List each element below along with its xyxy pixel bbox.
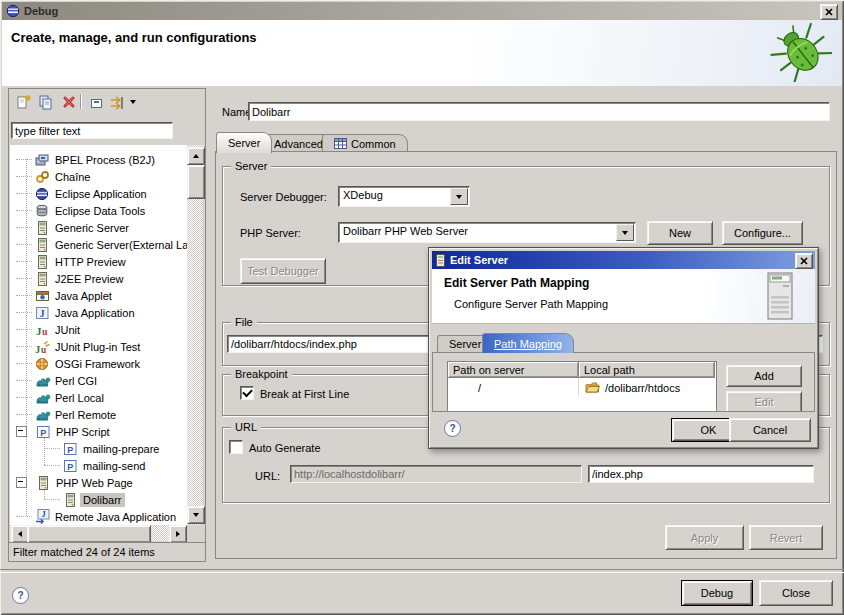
server-group-legend: Server bbox=[231, 159, 271, 173]
server-debugger-select[interactable]: XDebug bbox=[338, 186, 470, 207]
tree-collapse-icon[interactable] bbox=[16, 426, 27, 437]
tree-connector bbox=[16, 329, 32, 330]
tree-item-java-application[interactable]: JJava Application bbox=[10, 304, 187, 321]
edit-mapping-button[interactable]: Edit bbox=[726, 391, 802, 413]
php-server-select[interactable]: Dolibarr PHP Web Server bbox=[338, 222, 636, 243]
php-icon: P bbox=[36, 425, 53, 439]
close-button[interactable]: Close bbox=[759, 580, 833, 606]
dialog-help-icon[interactable]: ? bbox=[444, 420, 461, 437]
name-input[interactable] bbox=[248, 102, 830, 121]
tree-item-mailing-send[interactable]: Pmailing-send bbox=[10, 457, 187, 474]
url-label: URL: bbox=[255, 470, 280, 482]
vscroll-thumb[interactable] bbox=[187, 165, 205, 199]
tree-connector bbox=[16, 380, 32, 381]
tree-item-junit-plug-in-test[interactable]: JuJUnit Plug-in Test bbox=[10, 338, 187, 355]
tree-item-label: mailing-send bbox=[80, 459, 148, 473]
url-base-input[interactable] bbox=[290, 465, 582, 483]
tree-item-mailing-prepare[interactable]: Pmailing-prepare bbox=[10, 440, 187, 457]
tab-server[interactable]: Server bbox=[216, 132, 272, 153]
auto-generate-checkbox[interactable] bbox=[229, 440, 243, 454]
tree-connector bbox=[16, 193, 32, 194]
tree-item-eclipse-data-tools[interactable]: Eclipse Data Tools bbox=[10, 202, 187, 219]
column-header-path-on-server[interactable]: Path on server bbox=[448, 362, 579, 378]
delete-configuration-button[interactable] bbox=[58, 92, 80, 112]
server-debugger-label: Server Debugger: bbox=[240, 191, 327, 203]
filter-configurations-button[interactable] bbox=[107, 92, 129, 112]
cancel-button[interactable]: Cancel bbox=[729, 418, 811, 442]
collapse-all-button[interactable] bbox=[85, 92, 107, 112]
tree-item-label: Java Applet bbox=[52, 289, 115, 303]
scroll-right-icon[interactable] bbox=[169, 525, 187, 543]
add-mapping-button[interactable]: Add bbox=[726, 365, 802, 387]
svg-text:P: P bbox=[67, 444, 73, 454]
tree-item-label: Eclipse Data Tools bbox=[52, 204, 148, 218]
banner-heading: Create, manage, and run configurations bbox=[11, 30, 257, 45]
revert-button[interactable]: Revert bbox=[749, 525, 823, 550]
tree-item-perl-cgi[interactable]: Perl CGI bbox=[10, 372, 187, 389]
path-mapping-table[interactable]: Path on server Local path / /dolibarr/ht… bbox=[447, 361, 717, 413]
php-server-value: Dolibarr PHP Web Server bbox=[343, 225, 615, 237]
tree-item-osgi-framework[interactable]: OSGi Framework bbox=[10, 355, 187, 372]
url-path-input[interactable] bbox=[588, 465, 814, 483]
tree-item-dolibarr[interactable]: Dolibarr bbox=[10, 491, 187, 508]
applet-icon bbox=[35, 289, 52, 303]
window-close-icon[interactable] bbox=[820, 4, 838, 20]
scroll-down-icon[interactable] bbox=[187, 506, 205, 524]
test-debugger-button[interactable]: Test Debugger bbox=[240, 258, 326, 284]
filter-menu-chevron-icon[interactable] bbox=[127, 92, 139, 112]
tree-item-php-script[interactable]: PPHP Script bbox=[10, 423, 187, 440]
tree-item-label: Generic Server(External La bbox=[52, 238, 187, 252]
tree-connector bbox=[44, 465, 60, 466]
eclipse-sphere-icon bbox=[35, 187, 52, 201]
break-first-line-checkbox[interactable] bbox=[240, 386, 254, 400]
duplicate-configuration-button[interactable] bbox=[35, 92, 57, 112]
scroll-up-icon[interactable] bbox=[187, 147, 205, 165]
bpel-process-icon bbox=[35, 153, 52, 167]
tree-vscrollbar[interactable] bbox=[187, 145, 203, 525]
hscroll-thumb[interactable] bbox=[27, 525, 151, 543]
window-titlebar[interactable]: Debug bbox=[2, 2, 842, 20]
tree-connector bbox=[44, 448, 60, 449]
tree-collapse-icon[interactable] bbox=[16, 477, 27, 488]
tree-item-cha-ne[interactable]: Chaîne bbox=[10, 168, 187, 185]
auto-generate-label: Auto Generate bbox=[249, 442, 321, 454]
tree-item-generic-server[interactable]: Generic Server bbox=[10, 219, 187, 236]
tree-item-generic-server-external-la[interactable]: Generic Server(External La bbox=[10, 236, 187, 253]
tree-connector bbox=[16, 210, 32, 211]
edit-server-close-icon[interactable] bbox=[795, 253, 813, 269]
tree-connector bbox=[16, 312, 32, 313]
tree-item-http-preview[interactable]: HTTP Preview bbox=[10, 253, 187, 270]
apply-button[interactable]: Apply bbox=[665, 525, 744, 550]
tree-item-junit[interactable]: JuJUnit bbox=[10, 321, 187, 338]
column-header-local-path[interactable]: Local path bbox=[579, 362, 715, 378]
tree-item-perl-remote[interactable]: Perl Remote bbox=[10, 406, 187, 423]
svg-text:u: u bbox=[41, 344, 47, 354]
chevron-down-icon[interactable] bbox=[616, 224, 634, 241]
table-row-cell-local-path[interactable]: /dolibarr/htdocs bbox=[579, 379, 715, 396]
break-first-line-label: Break at First Line bbox=[260, 388, 349, 400]
dialog-tab-path-mapping[interactable]: Path Mapping bbox=[482, 333, 574, 353]
tree-item-label: PHP Script bbox=[53, 425, 113, 439]
configure-server-button[interactable]: Configure... bbox=[722, 221, 803, 245]
tab-common[interactable]: Common bbox=[322, 134, 408, 152]
chevron-down-icon[interactable] bbox=[450, 188, 468, 205]
new-server-button[interactable]: New bbox=[647, 221, 713, 245]
tree-item-php-web-page[interactable]: PHP Web Page bbox=[10, 474, 187, 491]
tree-item-remote-java-application[interactable]: JRemote Java Application bbox=[10, 508, 187, 525]
chain-icon bbox=[35, 170, 52, 184]
svg-text:P: P bbox=[40, 427, 46, 437]
new-configuration-button[interactable] bbox=[13, 92, 35, 112]
tree-item-j2ee-preview[interactable]: J2EE Preview bbox=[10, 270, 187, 287]
launch-tree-panel: BPEL Process (B2J)ChaîneEclipse Applicat… bbox=[8, 88, 206, 562]
debug-button[interactable]: Debug bbox=[681, 580, 753, 606]
tree-item-perl-local[interactable]: Perl Local bbox=[10, 389, 187, 406]
edit-server-titlebar[interactable]: Edit Server bbox=[432, 251, 815, 269]
filter-input[interactable] bbox=[11, 122, 173, 139]
tree-item-eclipse-application[interactable]: Eclipse Application bbox=[10, 185, 187, 202]
table-row-cell-server-path[interactable]: / bbox=[448, 379, 579, 396]
tree-connector bbox=[16, 363, 32, 364]
server-icon bbox=[63, 493, 80, 507]
tree-item-java-applet[interactable]: Java Applet bbox=[10, 287, 187, 304]
tree-item-bpel-process-b2j[interactable]: BPEL Process (B2J) bbox=[10, 151, 187, 168]
help-icon[interactable]: ? bbox=[12, 587, 29, 604]
